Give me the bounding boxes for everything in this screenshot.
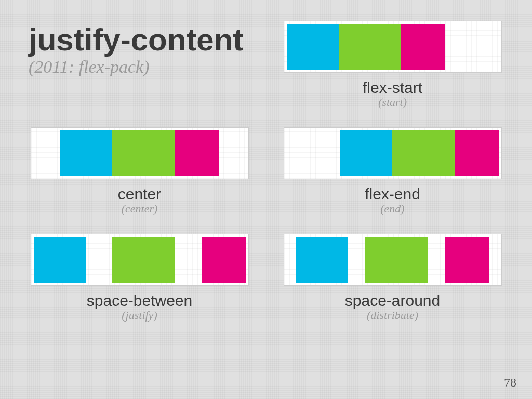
flex-item-cyan [34,237,86,283]
flexbox-flex-start [284,21,502,73]
example-label: space-between [29,292,250,310]
example-sublabel: (justify) [29,309,250,322]
flex-item-green [339,24,401,70]
flex-item-magenta [445,237,489,283]
example-label: flex-end [282,185,503,203]
example-label: space-around [282,292,503,310]
flex-item-green [365,237,428,283]
example-space-between: space-between (justify) [29,234,250,322]
example-center: center (center) [29,127,250,216]
flexbox-space-around [284,234,502,286]
page-subtitle: (2011: flex-pack) [29,57,250,77]
example-sublabel: (center) [29,202,250,216]
flex-item-green [392,130,455,176]
flex-item-cyan [296,237,348,283]
flex-item-cyan [60,130,112,176]
flex-item-magenta [202,237,246,283]
example-sublabel: (start) [282,96,503,109]
page-number: 78 [504,376,516,390]
example-label: flex-start [282,79,503,97]
flexbox-flex-end [284,127,502,179]
flex-item-cyan [340,130,392,176]
flexbox-space-between [31,234,249,286]
example-label: center [29,185,250,203]
flex-item-green [112,237,175,283]
page-title: justify-content [29,23,250,56]
flex-item-green [112,130,175,176]
example-sublabel: (distribute) [282,309,503,322]
flex-item-cyan [287,24,339,70]
flex-item-magenta [175,130,219,176]
flexbox-center [31,127,249,179]
example-flex-start: flex-start (start) [282,21,503,109]
title-block: justify-content (2011: flex-pack) [29,21,250,109]
example-space-around: space-around (distribute) [282,234,503,322]
flex-item-magenta [401,24,445,70]
example-flex-end: flex-end (end) [282,127,503,216]
example-sublabel: (end) [282,202,503,216]
slide: justify-content (2011: flex-pack) flex-s… [0,0,532,332]
flex-item-magenta [455,130,499,176]
